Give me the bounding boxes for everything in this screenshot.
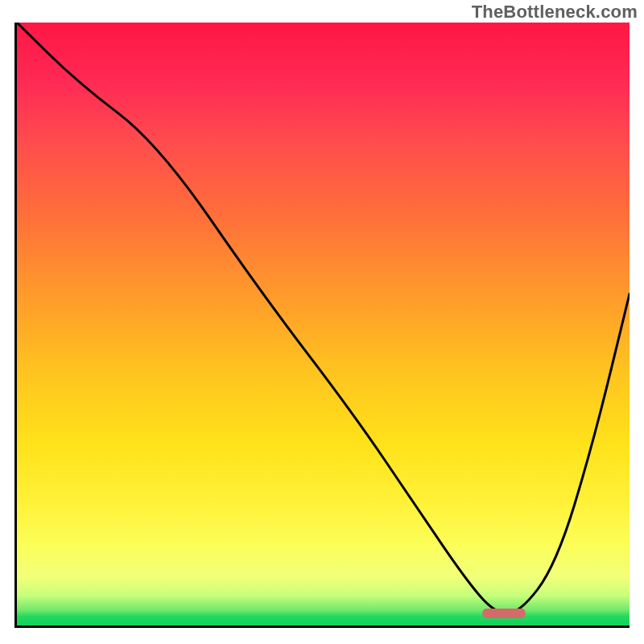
plot-area (14, 23, 630, 628)
optimum-marker (482, 609, 525, 618)
chart-svg (17, 23, 630, 625)
chart-stage: TheBottleneck.com (0, 0, 644, 644)
bottleneck-curve-path (17, 23, 630, 613)
watermark-text: TheBottleneck.com (472, 2, 638, 23)
